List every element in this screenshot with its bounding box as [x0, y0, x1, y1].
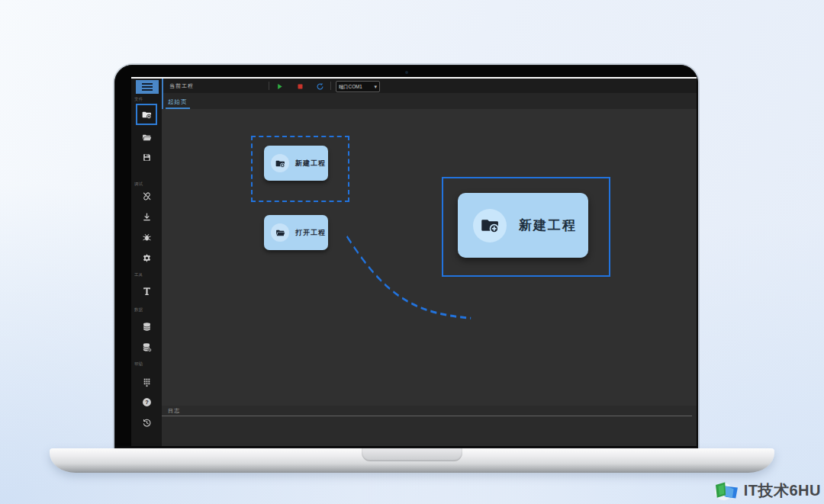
toolbar: 当前工程 端口COM1 ▾	[162, 79, 697, 93]
grid-icon	[142, 377, 152, 387]
sidebar-item-disconnect[interactable]	[131, 188, 162, 204]
port-select-value: 端口COM1	[339, 83, 362, 90]
database-icon	[142, 322, 152, 332]
sidebar-item-open-project[interactable]	[131, 130, 162, 145]
watermark-text: IT技术6HU	[744, 480, 821, 501]
sidebar-item-save[interactable]	[131, 149, 162, 165]
book-logo-icon	[713, 480, 740, 501]
laptop-display: 文件 调试	[131, 77, 697, 446]
callout-new-project-button: 新建工程	[458, 193, 588, 258]
current-project-label: 当前工程	[169, 79, 194, 93]
sidebar-section-label-debug: 调试	[134, 181, 143, 187]
restart-icon	[316, 82, 324, 91]
sidebar-item-help[interactable]: ?	[131, 394, 162, 409]
laptop-base	[50, 448, 774, 473]
log-panel: 日志	[162, 406, 697, 446]
help-icon: ?	[142, 397, 152, 407]
folder-open-icon	[271, 223, 289, 242]
open-project-button[interactable]: 打开工程	[264, 215, 328, 250]
zoom-callout-frame: 新建工程	[442, 177, 610, 277]
start-page-canvas: 新建工程 打开工程 新建工程	[162, 109, 697, 406]
laptop-notch	[362, 448, 462, 461]
link-slash-icon	[142, 191, 152, 201]
log-panel-divider	[162, 416, 692, 416]
sidebar-item-settings[interactable]	[131, 250, 162, 265]
gear-icon	[142, 253, 152, 263]
history-icon	[142, 418, 152, 428]
chevron-down-icon: ▾	[374, 84, 377, 90]
sidebar-item-download[interactable]	[131, 209, 162, 224]
database-plus-icon	[142, 342, 152, 352]
sidebar-item-text-tool[interactable]	[131, 283, 162, 298]
zoom-connector-line	[162, 109, 697, 406]
sidebar-section-label-data: 数据	[134, 307, 143, 313]
sidebar: 文件 调试	[131, 79, 162, 446]
tab-start-page[interactable]: 起始页	[166, 96, 190, 109]
folder-open-icon	[142, 133, 152, 143]
download-icon	[142, 212, 152, 222]
sidebar-section-label-help: 帮助	[134, 361, 143, 367]
main-column: 当前工程 端口COM1 ▾	[162, 79, 697, 446]
log-panel-title: 日志	[162, 406, 697, 416]
callout-button-label: 新建工程	[519, 217, 577, 234]
sidebar-item-database[interactable]	[131, 319, 162, 334]
sidebar-item-history[interactable]	[131, 415, 162, 430]
text-icon	[142, 286, 152, 296]
sidebar-item-keypad[interactable]	[131, 374, 162, 390]
svg-text:?: ?	[145, 399, 149, 406]
restart-button[interactable]	[315, 82, 324, 91]
bug-icon	[142, 233, 152, 242]
webcam-dot	[405, 71, 408, 74]
watermark: IT技术6HU	[713, 480, 821, 501]
new-project-button[interactable]: 新建工程	[264, 146, 328, 181]
sidebar-item-debug[interactable]	[131, 230, 162, 245]
run-button[interactable]	[275, 82, 284, 91]
toolbar-divider	[330, 82, 331, 90]
sidebar-section-label-files: 文件	[134, 96, 143, 102]
tab-bar: 起始页	[162, 93, 697, 109]
open-project-button-label: 打开工程	[295, 228, 326, 238]
sidebar-item-database-add[interactable]	[131, 339, 162, 355]
sidebar-section-label-tools: 工具	[134, 271, 143, 278]
stop-icon	[296, 82, 304, 91]
page-background: 文件 调试	[0, 0, 824, 504]
port-select-dropdown[interactable]: 端口COM1 ▾	[336, 81, 380, 92]
new-project-button-label: 新建工程	[295, 159, 326, 169]
folder-plus-icon	[473, 209, 507, 242]
toolbar-divider	[269, 82, 269, 90]
play-icon	[275, 82, 284, 91]
save-icon	[142, 152, 152, 162]
folder-plus-icon	[271, 154, 289, 172]
active-panel-accent	[162, 79, 163, 109]
hamburger-menu-button[interactable]	[136, 80, 159, 94]
stop-button[interactable]	[295, 82, 304, 91]
folder-plus-icon	[142, 110, 152, 120]
sidebar-item-new-project[interactable]	[136, 104, 157, 125]
laptop-screen-bezel: 文件 调试	[114, 65, 698, 448]
